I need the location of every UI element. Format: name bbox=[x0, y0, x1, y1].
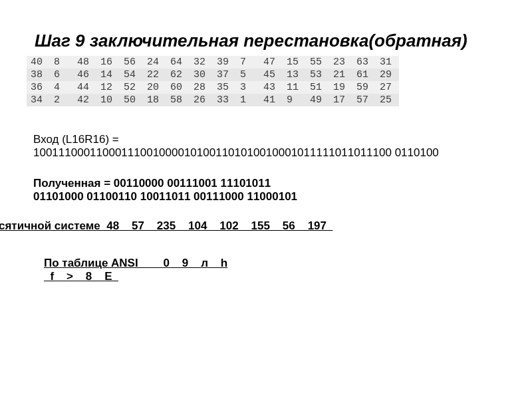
cell: 59 bbox=[352, 81, 376, 94]
input-label: Вход (L16R16) = bbox=[33, 133, 485, 146]
cell: 24 bbox=[143, 56, 166, 68]
permutation-table: 408481656246432397471555236331 386461454… bbox=[27, 56, 399, 106]
input-bits: 1001110001100011100100001010011010100100… bbox=[33, 146, 485, 160]
ansi-block: По таблице ANSI 0 9 л h f > 8 E bbox=[44, 257, 227, 284]
cell: 2 bbox=[50, 94, 73, 106]
step-heading: Шаг 9 заключительная перестановка(обратн… bbox=[35, 32, 467, 50]
received-block: Полученная = 00110000 00111001 11101011 … bbox=[33, 177, 492, 204]
cell: 37 bbox=[213, 68, 236, 81]
cell: 55 bbox=[306, 56, 329, 68]
cell: 33 bbox=[213, 94, 236, 106]
cell: 34 bbox=[27, 94, 50, 106]
table-row: 408481656246432397471555236331 bbox=[27, 56, 399, 68]
cell: 10 bbox=[96, 94, 120, 106]
cell: 57 bbox=[352, 94, 376, 106]
cell: 15 bbox=[283, 56, 306, 68]
cell: 63 bbox=[352, 56, 376, 68]
cell: 50 bbox=[120, 94, 143, 106]
cell: 25 bbox=[376, 94, 399, 106]
cell: 16 bbox=[96, 56, 120, 68]
cell: 61 bbox=[352, 68, 376, 81]
cell: 19 bbox=[329, 81, 352, 94]
cell: 7 bbox=[236, 56, 259, 68]
cell: 46 bbox=[73, 68, 96, 81]
cell: 45 bbox=[259, 68, 283, 81]
cell: 9 bbox=[283, 94, 306, 106]
cell: 42 bbox=[73, 94, 96, 106]
cell: 12 bbox=[96, 81, 120, 94]
received-line1: Полученная = 00110000 00111001 11101011 bbox=[33, 177, 271, 190]
cell: 13 bbox=[283, 68, 306, 81]
cell: 44 bbox=[73, 81, 96, 94]
cell: 8 bbox=[50, 56, 73, 68]
cell: 56 bbox=[120, 56, 143, 68]
cell: 20 bbox=[143, 81, 166, 94]
cell: 6 bbox=[50, 68, 73, 81]
cell: 49 bbox=[306, 94, 329, 106]
cell: 54 bbox=[120, 68, 143, 81]
cell: 64 bbox=[166, 56, 190, 68]
cell: 22 bbox=[143, 68, 166, 81]
cell: 40 bbox=[27, 56, 50, 68]
cell: 43 bbox=[259, 81, 283, 94]
cell: 47 bbox=[259, 56, 283, 68]
cell: 14 bbox=[96, 68, 120, 81]
cell: 36 bbox=[27, 81, 50, 94]
cell: 26 bbox=[190, 94, 213, 106]
cell: 17 bbox=[329, 94, 352, 106]
decimal-line: сятичной системе 48 57 235 104 102 155 5… bbox=[0, 219, 332, 233]
table-row: 386461454226230375451353216129 bbox=[27, 68, 399, 81]
cell: 5 bbox=[236, 68, 259, 81]
cell: 38 bbox=[27, 68, 50, 81]
cell: 48 bbox=[73, 56, 96, 68]
cell: 52 bbox=[120, 81, 143, 94]
cell: 1 bbox=[236, 94, 259, 106]
cell: 28 bbox=[190, 81, 213, 94]
cell: 62 bbox=[166, 68, 190, 81]
cell: 35 bbox=[213, 81, 236, 94]
table-row: 364441252206028353431151195927 bbox=[27, 81, 399, 94]
cell: 58 bbox=[166, 94, 190, 106]
cell: 21 bbox=[329, 68, 352, 81]
cell: 3 bbox=[236, 81, 259, 94]
cell: 60 bbox=[166, 81, 190, 94]
cell: 18 bbox=[143, 94, 166, 106]
cell: 30 bbox=[190, 68, 213, 81]
table-row: 34242105018582633141949175725 bbox=[27, 94, 399, 106]
cell: 4 bbox=[50, 81, 73, 94]
cell: 32 bbox=[190, 56, 213, 68]
cell: 53 bbox=[306, 68, 329, 81]
cell: 51 bbox=[306, 81, 329, 94]
received-line2: 01101000 01100110 10011011 00111000 1100… bbox=[33, 190, 297, 203]
cell: 31 bbox=[376, 56, 399, 68]
cell: 23 bbox=[329, 56, 352, 68]
cell: 41 bbox=[259, 94, 283, 106]
cell: 39 bbox=[213, 56, 236, 68]
cell: 27 bbox=[376, 81, 399, 94]
cell: 29 bbox=[376, 68, 399, 81]
cell: 11 bbox=[283, 81, 306, 94]
